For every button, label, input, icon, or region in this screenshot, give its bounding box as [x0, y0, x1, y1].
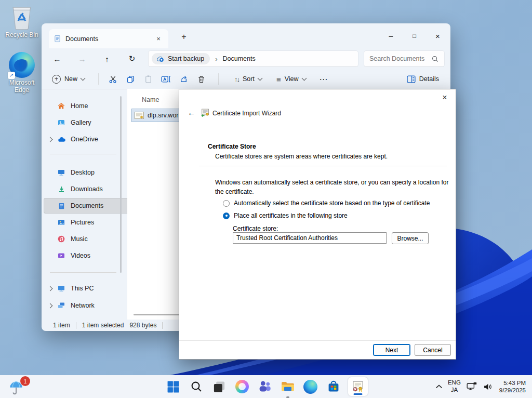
- edge-label: Microsoft Edge: [3, 79, 41, 94]
- certificate-store-input[interactable]: [233, 232, 387, 244]
- view-label: View: [285, 75, 299, 83]
- desktop-icon-microsoft-edge[interactable]: ↗ Microsoft Edge: [3, 52, 41, 94]
- tray-chevron-up-icon[interactable]: [435, 384, 443, 389]
- volume-icon[interactable]: [483, 382, 493, 391]
- running-indicator: [286, 396, 289, 398]
- paste-button[interactable]: [139, 70, 157, 88]
- folder-icon: [281, 380, 295, 393]
- view-button[interactable]: ≡ View: [276, 75, 306, 84]
- copilot-button[interactable]: [234, 379, 250, 395]
- certificate-app-icon: [351, 380, 365, 393]
- item-count: 1 item: [53, 322, 70, 329]
- dialog-back-icon[interactable]: ←: [188, 108, 195, 117]
- status-divider: [76, 322, 76, 329]
- new-button[interactable]: + New: [52, 75, 85, 84]
- refresh-button[interactable]: ↻: [124, 51, 140, 67]
- details-toggle-button[interactable]: Details: [407, 75, 439, 83]
- radio-place-all[interactable]: Place all certificates in the following …: [223, 212, 348, 219]
- browse-button[interactable]: Browse...: [392, 232, 429, 244]
- column-header-name[interactable]: Name: [142, 96, 159, 103]
- certificate-store-label: Certificate store:: [233, 225, 278, 232]
- back-button[interactable]: ←: [49, 51, 65, 67]
- start-backup-label: Start backup: [168, 55, 204, 62]
- rename-button[interactable]: [157, 70, 175, 88]
- details-pane-icon: [407, 75, 416, 83]
- address-bar[interactable]: Start backup › Documents: [148, 50, 358, 67]
- see-more-button[interactable]: ⋯: [320, 74, 328, 84]
- rename-icon: [161, 75, 171, 83]
- document-tab-icon: [54, 35, 61, 43]
- pictures-icon: [56, 218, 66, 227]
- close-button[interactable]: ×: [426, 32, 449, 41]
- sort-arrows-icon: ↑↓: [234, 75, 239, 83]
- expander-chevron-icon[interactable]: [47, 286, 52, 291]
- tab-documents[interactable]: Documents ×: [49, 29, 168, 48]
- trash-icon: [197, 75, 206, 84]
- recycle-bin-icon: [3, 4, 41, 30]
- dialog-close-icon[interactable]: ×: [440, 93, 450, 102]
- maximize-button[interactable]: □: [403, 33, 426, 39]
- sidebar-scrollbar[interactable]: [120, 96, 122, 273]
- up-button[interactable]: ↑: [99, 51, 115, 67]
- copilot-icon: [235, 380, 249, 393]
- new-label: New: [64, 75, 77, 83]
- taskbar: 1: [0, 375, 532, 398]
- radio-automatic-store[interactable]: Automatically select the certificate sto…: [223, 200, 430, 207]
- expander-chevron-icon[interactable]: [47, 303, 52, 308]
- search-box[interactable]: Search Documents: [364, 50, 445, 67]
- shortcut-overlay-icon: ↗: [8, 72, 15, 79]
- widgets-weather-button[interactable]: 1: [6, 377, 33, 396]
- clock[interactable]: 5:43 PM 9/29/2025: [499, 379, 526, 394]
- teams-button[interactable]: [257, 379, 273, 395]
- new-tab-button[interactable]: +: [178, 31, 190, 43]
- certificate-wizard-taskbar-button[interactable]: [348, 377, 368, 396]
- cut-button[interactable]: [104, 70, 122, 88]
- delete-button[interactable]: [192, 70, 210, 88]
- tab-title: Documents: [65, 35, 154, 43]
- window-controls: – □ ×: [379, 23, 449, 48]
- share-icon: [179, 75, 188, 84]
- store-icon: [327, 380, 340, 393]
- sort-button[interactable]: ↑↓ Sort: [234, 75, 262, 83]
- videos-icon: [56, 251, 66, 260]
- task-view-button[interactable]: [211, 379, 227, 395]
- share-button[interactable]: [175, 70, 192, 88]
- radio-off-icon[interactable]: [223, 200, 230, 207]
- start-backup-button[interactable]: Start backup: [152, 53, 210, 64]
- search-button[interactable]: [188, 379, 204, 395]
- status-divider: [162, 322, 163, 329]
- network-icon[interactable]: [466, 382, 477, 391]
- copy-button[interactable]: [122, 70, 139, 88]
- chevron-down-icon: [301, 76, 307, 81]
- scissors-icon: [109, 75, 117, 84]
- active-window-indicator: [354, 393, 363, 395]
- edge-button[interactable]: [302, 379, 318, 395]
- desktop-icon-recycle-bin[interactable]: Recycle Bin: [3, 4, 41, 39]
- next-button[interactable]: Next: [373, 344, 410, 356]
- teams-icon: [258, 380, 272, 393]
- cancel-button[interactable]: Cancel: [415, 344, 451, 356]
- view-list-icon: ≡: [276, 75, 281, 84]
- selection-count: 1 item selected: [82, 322, 124, 329]
- home-icon: [56, 102, 66, 110]
- tab-close-icon[interactable]: ×: [154, 35, 163, 43]
- edge-icon: [303, 380, 317, 394]
- minimize-button[interactable]: –: [379, 32, 403, 40]
- forward-button[interactable]: →: [74, 51, 90, 67]
- section-heading: Certificate Store: [208, 143, 256, 150]
- tray-date: 9/29/2025: [499, 387, 526, 394]
- expander-chevron-icon[interactable]: [47, 137, 52, 142]
- search-placeholder: Search Documents: [369, 55, 431, 62]
- chevron-down-icon: [81, 76, 86, 81]
- tab-strip: Documents × + – □ ×: [42, 23, 450, 48]
- horizontal-scrollbar[interactable]: [134, 314, 179, 315]
- gallery-icon: [56, 118, 66, 127]
- start-button[interactable]: [165, 379, 181, 395]
- radio-on-icon[interactable]: [223, 213, 230, 219]
- language-indicator[interactable]: ENG JA: [448, 379, 461, 394]
- navigation-bar: ← → ↑ ↻ Start backup › Documents Search …: [42, 48, 450, 69]
- network-icon: [56, 301, 66, 310]
- breadcrumb-documents[interactable]: Documents: [223, 55, 256, 62]
- file-explorer-button[interactable]: [280, 379, 296, 395]
- microsoft-store-button[interactable]: [325, 379, 341, 395]
